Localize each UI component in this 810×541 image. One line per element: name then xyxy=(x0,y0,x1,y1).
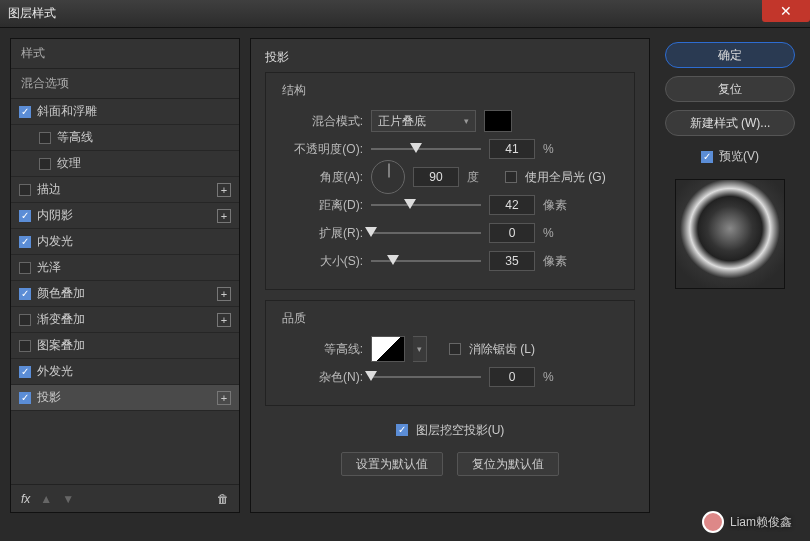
preview-checkbox[interactable] xyxy=(701,151,713,163)
style-label: 等高线 xyxy=(57,129,93,146)
style-item-9[interactable]: 图案叠加 xyxy=(11,333,239,359)
titlebar: 图层样式 ✕ xyxy=(0,0,810,28)
preview-image xyxy=(675,179,785,289)
quality-group: 品质 等高线: ▾ 消除锯齿 (L) 杂色(N): 0 % xyxy=(265,300,635,406)
structure-title: 结构 xyxy=(278,82,310,99)
noise-unit: % xyxy=(543,370,573,384)
reset-default-button[interactable]: 复位为默认值 xyxy=(457,452,559,476)
style-item-10[interactable]: 外发光 xyxy=(11,359,239,385)
spread-slider[interactable] xyxy=(371,225,481,241)
add-icon[interactable]: + xyxy=(217,313,231,327)
size-input[interactable]: 35 xyxy=(489,251,535,271)
arrow-down-icon[interactable]: ▼ xyxy=(62,492,74,506)
new-style-button[interactable]: 新建样式 (W)... xyxy=(665,110,795,136)
size-label: 大小(S): xyxy=(278,253,363,270)
style-checkbox[interactable] xyxy=(19,236,31,248)
style-label: 图案叠加 xyxy=(37,337,85,354)
style-label: 内阴影 xyxy=(37,207,73,224)
contour-dropdown[interactable]: ▾ xyxy=(413,336,427,362)
add-icon[interactable]: + xyxy=(217,391,231,405)
style-item-0[interactable]: 斜面和浮雕 xyxy=(11,99,239,125)
style-checkbox[interactable] xyxy=(19,106,31,118)
trash-icon[interactable]: 🗑 xyxy=(217,492,229,506)
noise-label: 杂色(N): xyxy=(278,369,363,386)
angle-unit: 度 xyxy=(467,169,497,186)
cancel-button[interactable]: 复位 xyxy=(665,76,795,102)
style-item-8[interactable]: 渐变叠加+ xyxy=(11,307,239,333)
style-label: 投影 xyxy=(37,389,61,406)
preview-label: 预览(V) xyxy=(719,148,759,165)
distance-slider[interactable] xyxy=(371,197,481,213)
style-label: 外发光 xyxy=(37,363,73,380)
weibo-icon xyxy=(702,511,724,533)
style-checkbox[interactable] xyxy=(19,392,31,404)
close-button[interactable]: ✕ xyxy=(762,0,810,22)
chevron-down-icon: ▾ xyxy=(464,116,469,126)
blend-mode-select[interactable]: 正片叠底 ▾ xyxy=(371,110,476,132)
size-slider[interactable] xyxy=(371,253,481,269)
quality-title: 品质 xyxy=(278,310,310,327)
spread-unit: % xyxy=(543,226,573,240)
styles-panel: 样式 混合选项 斜面和浮雕等高线纹理描边+内阴影+内发光光泽颜色叠加+渐变叠加+… xyxy=(10,38,240,513)
noise-slider[interactable] xyxy=(371,369,481,385)
knockout-checkbox[interactable] xyxy=(396,424,408,436)
antialias-label: 消除锯齿 (L) xyxy=(469,341,535,358)
ok-button[interactable]: 确定 xyxy=(665,42,795,68)
style-label: 纹理 xyxy=(57,155,81,172)
structure-group: 结构 混合模式: 正片叠底 ▾ 不透明度(O): 41 % 角度(A): 90 … xyxy=(265,72,635,290)
style-item-2[interactable]: 纹理 xyxy=(11,151,239,177)
styles-header[interactable]: 样式 xyxy=(11,39,239,69)
style-label: 渐变叠加 xyxy=(37,311,85,328)
noise-input[interactable]: 0 xyxy=(489,367,535,387)
fx-label[interactable]: fx xyxy=(21,492,30,506)
style-checkbox[interactable] xyxy=(39,158,51,170)
watermark: Liam赖俊鑫 xyxy=(702,511,792,533)
shadow-color-swatch[interactable] xyxy=(484,110,512,132)
add-icon[interactable]: + xyxy=(217,287,231,301)
contour-swatch[interactable] xyxy=(371,336,405,362)
style-label: 光泽 xyxy=(37,259,61,276)
style-item-5[interactable]: 内发光 xyxy=(11,229,239,255)
opacity-unit: % xyxy=(543,142,573,156)
opacity-label: 不透明度(O): xyxy=(278,141,363,158)
size-unit: 像素 xyxy=(543,253,573,270)
spread-label: 扩展(R): xyxy=(278,225,363,242)
style-item-6[interactable]: 光泽 xyxy=(11,255,239,281)
style-item-1[interactable]: 等高线 xyxy=(11,125,239,151)
style-label: 内发光 xyxy=(37,233,73,250)
style-label: 颜色叠加 xyxy=(37,285,85,302)
set-default-button[interactable]: 设置为默认值 xyxy=(341,452,443,476)
antialias-checkbox[interactable] xyxy=(449,343,461,355)
angle-dial[interactable] xyxy=(371,160,405,194)
settings-panel: 投影 结构 混合模式: 正片叠底 ▾ 不透明度(O): 41 % 角度(A): xyxy=(250,38,650,513)
style-item-7[interactable]: 颜色叠加+ xyxy=(11,281,239,307)
style-checkbox[interactable] xyxy=(19,314,31,326)
style-item-11[interactable]: 投影+ xyxy=(11,385,239,411)
style-checkbox[interactable] xyxy=(19,184,31,196)
opacity-input[interactable]: 41 xyxy=(489,139,535,159)
distance-input[interactable]: 42 xyxy=(489,195,535,215)
style-checkbox[interactable] xyxy=(19,210,31,222)
style-item-4[interactable]: 内阴影+ xyxy=(11,203,239,229)
window-title: 图层样式 xyxy=(8,5,56,22)
add-icon[interactable]: + xyxy=(217,183,231,197)
section-title: 投影 xyxy=(265,49,635,66)
distance-unit: 像素 xyxy=(543,197,573,214)
style-checkbox[interactable] xyxy=(19,340,31,352)
right-panel: 确定 复位 新建样式 (W)... 预览(V) xyxy=(660,38,800,513)
knockout-label: 图层挖空投影(U) xyxy=(416,422,505,439)
global-light-checkbox[interactable] xyxy=(505,171,517,183)
style-checkbox[interactable] xyxy=(19,288,31,300)
spread-input[interactable]: 0 xyxy=(489,223,535,243)
style-label: 描边 xyxy=(37,181,61,198)
style-checkbox[interactable] xyxy=(39,132,51,144)
opacity-slider[interactable] xyxy=(371,141,481,157)
angle-input[interactable]: 90 xyxy=(413,167,459,187)
blend-mode-label: 混合模式: xyxy=(278,113,363,130)
style-checkbox[interactable] xyxy=(19,262,31,274)
blend-options-header[interactable]: 混合选项 xyxy=(11,69,239,99)
arrow-up-icon[interactable]: ▲ xyxy=(40,492,52,506)
style-checkbox[interactable] xyxy=(19,366,31,378)
add-icon[interactable]: + xyxy=(217,209,231,223)
style-item-3[interactable]: 描边+ xyxy=(11,177,239,203)
